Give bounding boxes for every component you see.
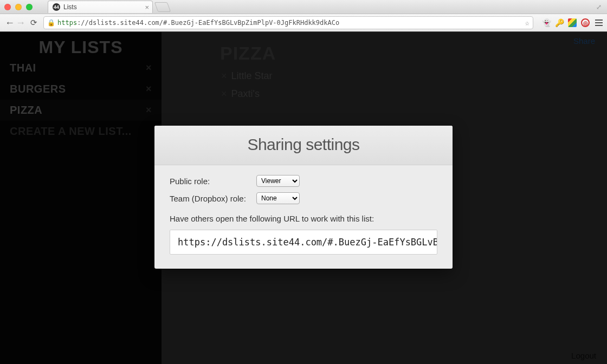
tab-close-icon[interactable]: × [145,3,149,11]
extension-color-icon[interactable] [568,18,577,27]
back-button[interactable]: ← [4,17,15,29]
window-zoom-icon[interactable] [26,4,33,10]
new-tab-button[interactable] [154,2,171,12]
browser-toolbar: ← → ⟳ 🔒 https://dslists.site44.com/#.Bue… [0,14,607,32]
forward-button: → [15,17,26,29]
fullscreen-icon[interactable]: ⤢ [596,3,602,11]
modal-overlay[interactable]: Sharing settings Public role: Viewer Tea… [0,31,607,364]
lock-icon: 🔒 [47,19,55,27]
mac-titlebar: 44 Lists × ⤢ [0,0,607,14]
url-path: ://dslists.site44.com/#.BuezGj-EaEfYsBGL… [77,19,339,27]
address-bar[interactable]: 🔒 https://dslists.site44.com/#.BuezGj-Ea… [43,16,533,29]
favicon-icon: 44 [53,3,60,11]
url-protocol: https [57,19,77,27]
public-role-select[interactable]: Viewer [256,175,300,187]
chrome-menu-icon[interactable] [595,20,603,26]
browser-tab[interactable]: 44 Lists × [48,1,153,13]
share-url-field[interactable]: https://dslists.site44.com/#.BuezGj-EaEf… [170,230,437,255]
tab-title: Lists [63,3,77,11]
team-role-label: Team (Dropbox) role: [170,194,256,203]
public-role-row: Public role: Viewer [170,175,437,187]
reload-button[interactable]: ⟳ [28,18,39,28]
bookmark-star-icon[interactable]: ☆ [525,18,529,27]
window-close-icon[interactable] [4,4,11,10]
team-role-select[interactable]: None [256,192,300,204]
modal-body: Public role: Viewer Team (Dropbox) role:… [154,165,453,269]
extension-key-icon[interactable]: 🔑 [555,18,564,27]
public-role-label: Public role: [170,177,256,186]
window-minimize-icon[interactable] [15,4,22,10]
extension-ghostery-icon[interactable]: 👻 [542,18,551,27]
team-role-row: Team (Dropbox) role: None [170,192,437,204]
sharing-settings-modal: Sharing settings Public role: Viewer Tea… [154,126,453,269]
share-instructions: Have others open the following URL to wo… [170,214,437,223]
modal-title: Sharing settings [154,126,453,165]
extension-shield-icon[interactable]: ◎ [581,18,590,27]
